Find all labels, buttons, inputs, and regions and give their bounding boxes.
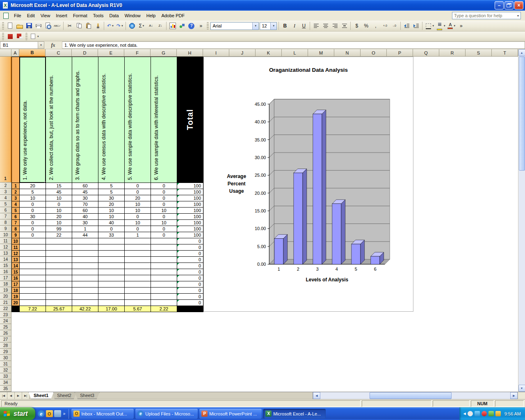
- row-id-cell-18[interactable]: 18: [12, 288, 20, 294]
- previous-sheet-button[interactable]: ◀: [7, 392, 15, 399]
- total-cell[interactable]: 100: [177, 208, 203, 214]
- value-cell[interactable]: 10: [98, 214, 125, 220]
- cell-F1[interactable]: 5. We use sample data with descriptive s…: [125, 57, 151, 183]
- sheet-tab-sheet3[interactable]: Sheet3: [75, 392, 100, 399]
- value-cell[interactable]: 33: [98, 232, 125, 238]
- column-header-H[interactable]: H: [177, 49, 203, 57]
- value-cell[interactable]: 10: [125, 201, 151, 208]
- scroll-up-button[interactable]: ▲: [518, 49, 525, 56]
- menu-view[interactable]: View: [38, 11, 53, 20]
- embedded-chart[interactable]: Oraganizational Data Analysis0.005.0010.…: [203, 57, 413, 312]
- value-cell[interactable]: 10: [151, 220, 177, 226]
- value-cell[interactable]: [151, 244, 177, 251]
- quick-launch-mail-icon[interactable]: O: [46, 410, 53, 417]
- total-cell[interactable]: 0: [177, 300, 203, 306]
- row-header-5[interactable]: 5: [0, 201, 11, 207]
- row-header-24[interactable]: 24: [0, 318, 11, 324]
- value-cell[interactable]: [98, 281, 125, 288]
- tray-icon-messenger[interactable]: [495, 411, 501, 416]
- value-cell[interactable]: [20, 263, 46, 269]
- column-header-Q[interactable]: Q: [413, 49, 439, 57]
- value-cell[interactable]: [72, 251, 98, 257]
- print-preview-button[interactable]: [43, 21, 52, 30]
- cell-B1[interactable]: 1. We only use experience, not data.: [20, 57, 46, 183]
- value-cell[interactable]: 44: [72, 232, 98, 238]
- row-header-30[interactable]: 30: [0, 355, 11, 361]
- value-cell[interactable]: [98, 275, 125, 281]
- select-all-corner[interactable]: [0, 49, 11, 57]
- insert-hyperlink-button[interactable]: [127, 21, 137, 30]
- value-cell[interactable]: [151, 257, 177, 263]
- start-button[interactable]: start: [0, 407, 35, 420]
- cell-H1[interactable]: Total: [177, 57, 203, 183]
- quick-launch-ie-icon[interactable]: e: [38, 410, 45, 417]
- value-cell[interactable]: [46, 238, 72, 244]
- value-cell[interactable]: 0: [125, 214, 151, 220]
- format-painter-button[interactable]: [93, 21, 103, 30]
- column-header-T[interactable]: T: [492, 49, 518, 57]
- chart-bar-1[interactable]: [274, 239, 283, 265]
- row-header-17[interactable]: 17: [0, 275, 11, 281]
- column-header-R[interactable]: R: [439, 49, 466, 57]
- row-header-22[interactable]: 22: [0, 306, 11, 312]
- average-cell[interactable]: 17.00: [98, 306, 125, 312]
- value-cell[interactable]: [98, 263, 125, 269]
- average-cell[interactable]: 25.67: [46, 306, 72, 312]
- merge-center-button[interactable]: [340, 21, 349, 30]
- cell-C1[interactable]: 2. We collect data, but, just look at th…: [46, 57, 72, 183]
- column-header-N[interactable]: N: [334, 49, 361, 57]
- cell-G1[interactable]: 6. We use sample data with inferential s…: [151, 57, 177, 183]
- chevron-down-icon[interactable]: ▾: [37, 35, 39, 38]
- total-cell[interactable]: 100: [177, 232, 203, 238]
- average-cell[interactable]: 7.22: [20, 306, 46, 312]
- menu-format[interactable]: Format: [70, 11, 90, 20]
- value-cell[interactable]: 10: [98, 208, 125, 214]
- value-cell[interactable]: 40: [98, 220, 125, 226]
- minimize-button[interactable]: –: [495, 1, 504, 9]
- chevron-down-icon[interactable]: ▾: [270, 23, 276, 30]
- toolbar-grip[interactable]: [25, 33, 27, 40]
- value-cell[interactable]: [20, 251, 46, 257]
- value-cell[interactable]: 0: [151, 189, 177, 195]
- chart-bar-2[interactable]: [294, 173, 303, 264]
- menu-window[interactable]: Window: [122, 11, 144, 20]
- font-combo[interactable]: Arial▾: [210, 22, 259, 30]
- value-cell[interactable]: 0: [20, 201, 46, 208]
- value-cell[interactable]: 40: [72, 214, 98, 220]
- row-id-cell-4[interactable]: 4: [12, 201, 20, 208]
- row-header-4[interactable]: 4: [0, 195, 11, 201]
- value-cell[interactable]: [72, 294, 98, 300]
- row-header-27[interactable]: 27: [0, 336, 11, 342]
- value-cell[interactable]: [125, 300, 151, 306]
- value-cell[interactable]: 10: [46, 220, 72, 226]
- column-header-O[interactable]: O: [361, 49, 387, 57]
- row-header-35[interactable]: 35: [0, 386, 11, 392]
- value-cell[interactable]: [72, 288, 98, 294]
- value-cell[interactable]: [72, 244, 98, 251]
- value-cell[interactable]: 5: [20, 189, 46, 195]
- chevron-down-icon[interactable]: ▾: [143, 24, 144, 27]
- total-cell[interactable]: 0: [177, 238, 203, 244]
- value-cell[interactable]: [151, 288, 177, 294]
- menu-file[interactable]: File: [11, 11, 24, 20]
- value-cell[interactable]: [125, 251, 151, 257]
- row-id-cell-15[interactable]: 15: [12, 269, 20, 275]
- value-cell[interactable]: 1: [125, 232, 151, 238]
- chevron-down-icon[interactable]: ▾: [444, 24, 445, 27]
- value-cell[interactable]: [20, 288, 46, 294]
- value-cell[interactable]: 60: [72, 208, 98, 214]
- row-id-cell-11[interactable]: 11: [12, 244, 20, 251]
- chevron-down-icon[interactable]: ▾: [252, 23, 258, 30]
- row-header-33[interactable]: 33: [0, 373, 11, 379]
- row-id-cell-3[interactable]: 3: [12, 195, 20, 201]
- font-color-button[interactable]: A▾: [446, 21, 457, 30]
- row-id-cell-1[interactable]: 1: [12, 183, 20, 189]
- value-cell[interactable]: [125, 257, 151, 263]
- column-header-E[interactable]: E: [98, 49, 124, 57]
- total-cell[interactable]: 100: [177, 183, 203, 189]
- row-header-1[interactable]: 1: [0, 57, 11, 183]
- paste-button[interactable]: [84, 21, 93, 30]
- tray-icon-network[interactable]: [475, 411, 480, 416]
- value-cell[interactable]: 70: [72, 201, 98, 208]
- value-cell[interactable]: 0: [46, 201, 72, 208]
